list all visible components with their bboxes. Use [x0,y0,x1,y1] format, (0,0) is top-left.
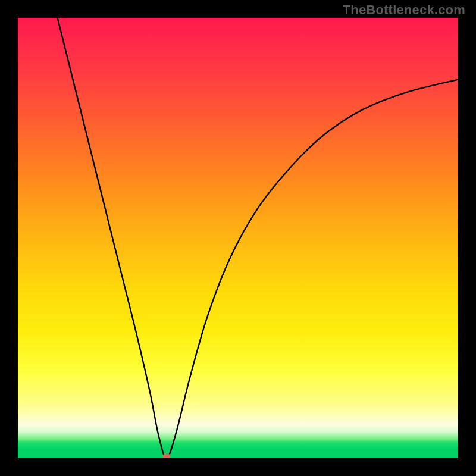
curve-path [58,18,458,458]
watermark-text: TheBottleneck.com [343,2,465,18]
plot-area [18,18,458,458]
minimum-marker [163,454,171,459]
bottleneck-curve [18,18,458,458]
chart-frame: TheBottleneck.com [0,0,476,476]
